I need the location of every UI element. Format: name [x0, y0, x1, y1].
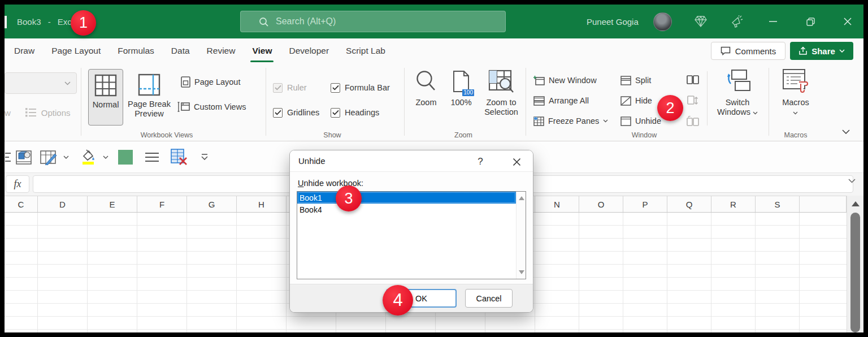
align-justify-icon[interactable]	[139, 148, 165, 167]
collapse-ribbon-button[interactable]	[840, 127, 852, 137]
list-item-book4[interactable]: Book4	[297, 204, 516, 215]
close-icon	[513, 158, 521, 166]
hide-button[interactable]: Hide	[620, 90, 661, 111]
dialog-close-button[interactable]	[509, 155, 524, 168]
draw-table-icon[interactable]	[37, 148, 60, 167]
column-header[interactable]: F	[137, 196, 187, 212]
split-button[interactable]: Split	[620, 70, 661, 90]
tab-data[interactable]: Data	[163, 38, 198, 63]
camera-icon[interactable]	[11, 148, 37, 167]
freeze-panes-button[interactable]: Freeze Panes	[533, 111, 608, 131]
column-header[interactable]: G	[187, 196, 237, 212]
account-name[interactable]: Puneet Gogia	[587, 5, 639, 38]
zoom-selection-icon	[488, 68, 514, 95]
new-window-button[interactable]: New Window	[533, 70, 608, 90]
gridlines-checkbox[interactable]: Gridlines	[273, 105, 319, 120]
group-separator	[81, 68, 81, 136]
clipped-text: w	[5, 108, 11, 118]
scrollbar-thumb[interactable]	[850, 213, 860, 332]
split-icon	[620, 76, 631, 85]
search-placeholder: Search (Alt+Q)	[276, 16, 336, 27]
tab-script-lab[interactable]: Script Lab	[337, 38, 394, 63]
group-separator	[526, 68, 526, 136]
fx-button[interactable]: fx	[6, 175, 29, 193]
delete-cells-icon[interactable]	[165, 148, 193, 167]
vertical-scrollbar[interactable]	[847, 196, 863, 332]
cancel-button[interactable]: Cancel	[465, 289, 513, 308]
reset-window-position-button[interactable]	[687, 111, 699, 131]
expand-formula-bar-icon[interactable]	[848, 179, 856, 183]
scroll-up-icon[interactable]	[852, 201, 860, 206]
unhide-dialog: Unhide ? Unhide workbook: Book1 Book4 OK…	[290, 150, 533, 312]
column-header[interactable]	[800, 196, 847, 212]
column-header[interactable]: O	[579, 196, 623, 212]
share-button[interactable]: Share	[790, 42, 853, 60]
tab-review[interactable]: Review	[198, 38, 244, 63]
formula-bar-checkbox[interactable]: Formula Bar	[331, 80, 390, 95]
dialog-help-button[interactable]: ?	[474, 155, 487, 168]
chevron-down-icon	[753, 111, 758, 115]
ruler-checkbox[interactable]: Ruler	[273, 80, 307, 95]
tab-draw[interactable]: Draw	[6, 38, 43, 63]
tab-page-layout[interactable]: Page Layout	[43, 38, 109, 63]
chevron-down-icon	[603, 119, 608, 123]
column-header[interactable]: P	[623, 196, 667, 212]
macros-button[interactable]: Macros	[774, 67, 817, 118]
avatar[interactable]	[653, 12, 672, 31]
group-separator	[266, 68, 266, 136]
options-label[interactable]: Options	[41, 108, 71, 118]
scroll-down-icon[interactable]	[519, 270, 524, 274]
step-badge-3: 3	[336, 185, 362, 211]
search-input[interactable]: Search (Alt+Q)	[240, 11, 506, 32]
sheet-view-dropdown[interactable]	[5, 72, 77, 94]
premium-diamond-icon[interactable]	[689, 5, 712, 38]
dialog-title-bar[interactable]: Unhide	[290, 150, 533, 172]
tab-formulas[interactable]: Formulas	[109, 38, 163, 63]
close-button[interactable]	[836, 5, 859, 38]
column-header[interactable]: D	[38, 196, 88, 212]
zoom-100-button[interactable]: 100 100%	[446, 68, 476, 107]
headings-checkbox[interactable]: Headings	[331, 105, 379, 120]
column-header[interactable]: Q	[667, 196, 711, 212]
column-header[interactable]: E	[88, 196, 137, 212]
column-header[interactable]: H	[237, 196, 287, 212]
chevron-down-icon[interactable]	[99, 148, 112, 167]
page-break-preview-icon	[138, 74, 160, 96]
group-separator	[769, 68, 769, 136]
restore-button[interactable]	[799, 5, 822, 38]
scroll-up-icon[interactable]	[519, 196, 524, 200]
feedback-megaphone-icon[interactable]	[726, 5, 748, 38]
minimize-button[interactable]	[762, 5, 784, 38]
custom-views-button[interactable]: Custom Views	[177, 98, 246, 115]
more-commands-icon[interactable]	[193, 148, 216, 167]
tab-view[interactable]: View	[244, 38, 280, 63]
share-chevron-icon	[839, 49, 845, 53]
unhide-button[interactable]: Unhide	[620, 111, 661, 131]
tab-developer[interactable]: Developer	[280, 38, 337, 63]
normal-view-button[interactable]: Normal	[88, 69, 123, 126]
column-header[interactable]: R	[711, 196, 756, 212]
listbox-scrollbar[interactable]	[516, 192, 526, 279]
column-header[interactable]: S	[756, 196, 800, 212]
clipped-align-icon	[5, 148, 11, 167]
list-item-book1[interactable]: Book1	[297, 192, 516, 204]
zoom-button[interactable]: Zoom	[410, 68, 442, 107]
workbook-listbox[interactable]: Book1 Book4	[297, 191, 526, 279]
column-header[interactable]: C	[5, 196, 38, 212]
arrange-all-button[interactable]: Arrange All	[533, 90, 608, 111]
switch-windows-button[interactable]: Switch Windows	[713, 67, 762, 118]
view-side-by-side-button[interactable]	[687, 70, 699, 90]
column-header[interactable]: N	[535, 196, 579, 212]
chevron-down-icon	[793, 111, 798, 115]
zoom-to-selection-button[interactable]: Zoom to Selection	[480, 68, 522, 118]
hide-icon	[620, 96, 631, 106]
clipped-toolbar-sliver	[5, 16, 7, 28]
comments-button[interactable]: Comments	[711, 42, 785, 60]
fill-color-icon[interactable]	[76, 148, 99, 167]
synchronous-scrolling-button[interactable]	[687, 90, 699, 111]
chevron-down-icon[interactable]	[60, 148, 72, 167]
page-break-preview-button[interactable]: Page Break Preview	[125, 69, 173, 126]
green-color-swatch[interactable]	[112, 148, 139, 167]
page-100-icon: 100	[453, 68, 470, 95]
page-layout-view-button[interactable]: Page Layout	[181, 74, 240, 90]
